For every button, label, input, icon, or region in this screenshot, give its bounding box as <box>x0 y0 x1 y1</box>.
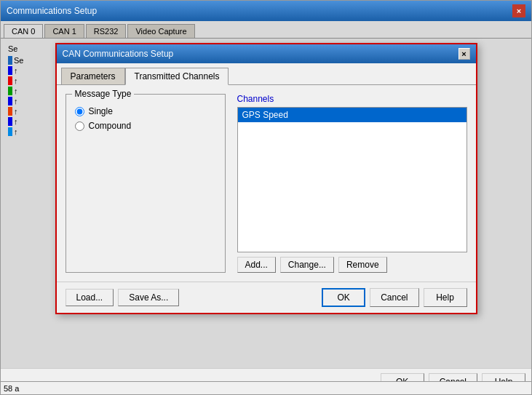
tab-parameters[interactable]: Parameters <box>61 68 125 84</box>
outer-window-title: Communications Setup <box>7 6 97 16</box>
radio-compound-input[interactable] <box>75 121 84 131</box>
channel-item-gps-speed[interactable]: GPS Speed <box>238 108 467 122</box>
message-type-legend: Message Type <box>72 89 135 99</box>
message-type-radio-group: Single Compound <box>75 106 216 131</box>
remove-button[interactable]: Remove <box>338 257 387 273</box>
message-type-box: Message Type Single Compound <box>65 94 226 273</box>
cancel-button[interactable]: Cancel <box>370 288 418 307</box>
load-button[interactable]: Load... <box>65 289 114 306</box>
outer-close-button[interactable]: × <box>512 4 525 17</box>
radio-single[interactable]: Single <box>75 106 216 116</box>
channels-list[interactable]: GPS Speed <box>237 107 467 252</box>
add-button[interactable]: Add... <box>237 257 276 273</box>
channels-buttons: Add... Change... Remove <box>237 257 467 273</box>
save-as-button[interactable]: Save As... <box>118 289 179 306</box>
can-dialog-tabs: Parameters Transmitted Channels <box>57 63 476 84</box>
radio-compound-label: Compound <box>89 121 132 131</box>
outer-titlebar: Communications Setup × <box>1 1 531 21</box>
can-dialog-close-button[interactable]: × <box>458 48 470 60</box>
channels-label: Channels <box>237 94 467 104</box>
change-button[interactable]: Change... <box>280 257 334 273</box>
channels-box: Channels GPS Speed Add... Change... Remo… <box>237 94 467 273</box>
radio-compound[interactable]: Compound <box>75 121 216 131</box>
can-dialog-body: Message Type Single Compound <box>57 84 476 282</box>
modal-overlay: CAN Communications Setup × Parameters Tr… <box>1 21 531 394</box>
outer-window: Communications Setup × CAN 0 CAN 1 RS232… <box>0 0 532 395</box>
can-dialog: CAN Communications Setup × Parameters Tr… <box>55 43 477 314</box>
can-dialog-footer: Load... Save As... OK Cancel Help <box>57 282 476 313</box>
can-dialog-title: CAN Communications Setup <box>63 49 174 59</box>
dialog-footer-right: OK Cancel Help <box>322 288 467 307</box>
dialog-footer-left: Load... Save As... <box>65 289 180 306</box>
radio-single-label: Single <box>89 106 113 116</box>
can-dialog-titlebar: CAN Communications Setup × <box>57 44 476 63</box>
help-button[interactable]: Help <box>424 288 467 307</box>
status-bar: 58 a <box>1 381 531 394</box>
ok-button[interactable]: OK <box>322 288 365 307</box>
tab-transmitted-channels[interactable]: Transmitted Channels <box>125 68 229 85</box>
status-text: 58 a <box>4 384 19 393</box>
radio-single-input[interactable] <box>75 107 84 116</box>
